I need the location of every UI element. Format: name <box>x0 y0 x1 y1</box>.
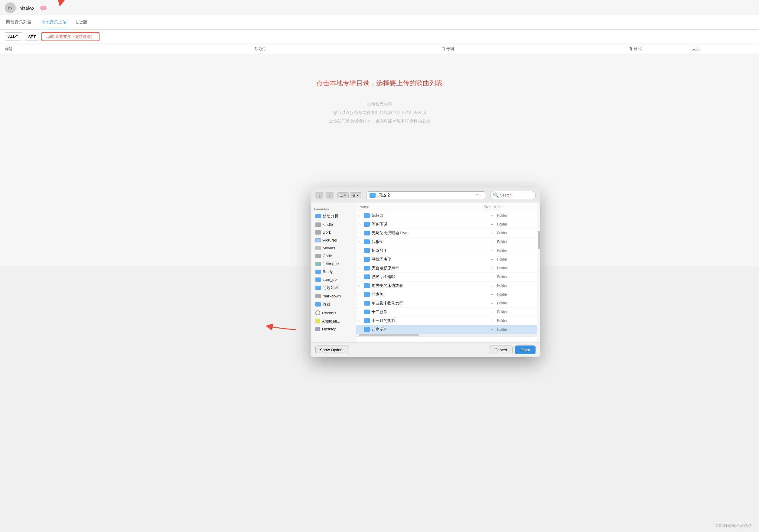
row-expand[interactable]: › <box>360 284 364 287</box>
row-folder-icon <box>364 275 370 279</box>
row-expand[interactable]: › <box>360 328 364 331</box>
hscroll-thumb[interactable] <box>359 334 419 336</box>
filelist-row[interactable]: › 寻找周杰伦 -- Folder <box>356 255 537 264</box>
grid-view-btn[interactable]: ⊞ ▾ <box>350 192 361 198</box>
row-name: 无与伦比演唱会 Live <box>372 230 462 236</box>
row-expand[interactable]: › <box>360 310 364 314</box>
row-size: -- <box>462 248 493 253</box>
row-expand[interactable]: › <box>360 232 364 235</box>
sidebar-item-recents[interactable]: Recents <box>312 309 354 317</box>
table-header: 标题 ⇅ 歌手 ⇅ 专辑 ⇅ 格式 大小 <box>0 44 759 55</box>
sidebar-item-applications[interactable]: Applicati... <box>312 317 354 325</box>
filelist-row[interactable]: › 十二新作 -- Folder <box>356 308 537 317</box>
row-folder-icon <box>364 327 370 332</box>
sidebar-label: markdown <box>323 294 341 298</box>
choose-files-button[interactable]: 点此 选择文件（支持多选） <box>41 32 100 41</box>
filelist-row[interactable]: › 周杰伦的床边故事 -- Folder <box>356 282 537 290</box>
app-icon <box>315 319 320 323</box>
row-expand[interactable]: › <box>360 223 364 226</box>
cancel-button[interactable]: Cancel <box>489 346 512 354</box>
dialog-search-box[interactable]: 🔍 <box>490 191 536 199</box>
footer-left: Show Options <box>315 346 349 354</box>
sidebar-item-ketonghe[interactable]: ketonghe <box>312 260 354 268</box>
th-size: 大小 <box>692 46 754 52</box>
sidebar-item-kindle[interactable]: kindle <box>312 221 354 228</box>
row-folder-icon <box>364 257 370 262</box>
filelist-row[interactable]: › 哎哟，不错哦 -- Folder <box>356 273 537 282</box>
sidebar-item-code[interactable]: Code <box>312 252 354 260</box>
row-expand[interactable]: › <box>360 267 364 270</box>
row-expand[interactable]: › <box>360 249 364 252</box>
sidebar-item-markdown[interactable]: markdown <box>312 292 354 300</box>
row-size: -- <box>462 257 493 261</box>
filelist-hscroll[interactable] <box>356 334 537 337</box>
sidebar-item-移动分析[interactable]: 移动分析 <box>312 212 354 220</box>
tab-netdisk[interactable]: 网盘音乐列表 <box>5 16 33 29</box>
dialog-vscroll[interactable] <box>537 203 540 342</box>
filelist-row[interactable]: › 我很忙 -- Folder <box>356 238 537 247</box>
sidebar-label: sum_up <box>323 277 337 282</box>
filelist-row[interactable]: › 叶惠美 -- Folder <box>356 290 537 299</box>
row-kind: Folder <box>494 275 533 279</box>
row-name: 等你下课 <box>372 222 462 227</box>
col-size: Size <box>457 205 491 209</box>
row-name: 十二新作 <box>372 309 462 315</box>
col-kind: Kind <box>491 205 533 209</box>
sidebar-item-pictures[interactable]: Pictures <box>312 236 354 244</box>
row-expand[interactable]: › <box>360 275 364 279</box>
row-kind: Folder <box>494 240 533 244</box>
sidebar-item-movies[interactable]: Movies <box>312 244 354 252</box>
tab-local-upload[interactable]: 本地音乐上传 <box>40 16 68 29</box>
dialog-back-btn[interactable]: ‹ <box>315 192 323 199</box>
filelist-row[interactable]: › 无与伦比演唱会 Live -- Folder <box>356 229 537 238</box>
sidebar-label: kindle <box>323 222 333 227</box>
filelist-row[interactable]: › 单曲及未收录发行 -- Folder <box>356 299 537 308</box>
row-expand[interactable]: › <box>360 319 364 323</box>
search-input[interactable] <box>500 193 530 197</box>
show-options-button[interactable]: Show Options <box>315 346 349 354</box>
filelist-row[interactable]: › 等你下课 -- Folder <box>356 220 537 229</box>
filelist-row[interactable]: › 范特西 -- Folder <box>356 211 537 220</box>
tab-lite[interactable]: Lite版 <box>75 16 89 29</box>
movies-icon <box>315 246 321 250</box>
folder-icon <box>315 230 321 235</box>
sidebar-label: 收藏 <box>323 302 331 307</box>
filelist-row[interactable]: › 惊叹号！ -- Folder <box>356 247 537 255</box>
vscroll-thumb[interactable] <box>538 231 540 249</box>
set-button[interactable]: SET <box>25 33 39 41</box>
recents-icon <box>315 310 320 315</box>
dialog-path-selector[interactable]: 周杰伦 ⌃⌄ <box>366 191 485 199</box>
row-expand[interactable]: › <box>360 293 364 296</box>
row-name: 天台电影原声带 <box>372 265 462 271</box>
filelist-row[interactable]: › 八度空间 -- Folder <box>356 325 537 334</box>
row-expand[interactable]: › <box>360 214 364 217</box>
row-name: 十一月的萧邦 <box>372 318 462 323</box>
sidebar-item-study[interactable]: Study <box>312 268 354 275</box>
row-folder-icon <box>364 266 370 271</box>
row-expand[interactable]: › <box>360 240 364 244</box>
sidebar-label: Applicati... <box>322 319 340 323</box>
row-size: -- <box>462 222 493 226</box>
row-size: -- <box>462 275 493 279</box>
row-name: 我很忙 <box>372 239 462 245</box>
sidebar-item-work[interactable]: work <box>312 229 354 236</box>
row-folder-icon <box>364 222 370 227</box>
row-folder-icon <box>364 248 370 253</box>
row-folder-icon <box>364 301 370 306</box>
all-button[interactable]: ALL个 <box>5 32 22 41</box>
dialog-folder-icon <box>370 193 376 198</box>
row-folder-icon <box>364 292 370 297</box>
sidebar-item-问题处理[interactable]: 问题处理 <box>312 284 354 292</box>
filelist-row[interactable]: › 天台电影原声带 -- Folder <box>356 264 537 273</box>
list-view-btn[interactable]: ☰ ▾ <box>337 192 349 198</box>
row-expand[interactable]: › <box>360 302 364 305</box>
sidebar-item-desktop[interactable]: Desktop <box>312 325 354 333</box>
open-button[interactable]: Open <box>515 346 536 354</box>
row-expand[interactable]: › <box>360 258 364 261</box>
dialog-forward-btn[interactable]: › <box>326 192 334 199</box>
row-kind: Folder <box>494 319 533 323</box>
sidebar-item-收藏[interactable]: 收藏 <box>312 300 354 309</box>
sidebar-item-sum_up[interactable]: sum_up <box>312 276 354 283</box>
dialog-filelist[interactable]: Name Size Kind › 范特西 -- Folder › 等你下课 --… <box>356 203 537 342</box>
filelist-row[interactable]: › 十一月的萧邦 -- Folder <box>356 317 537 325</box>
